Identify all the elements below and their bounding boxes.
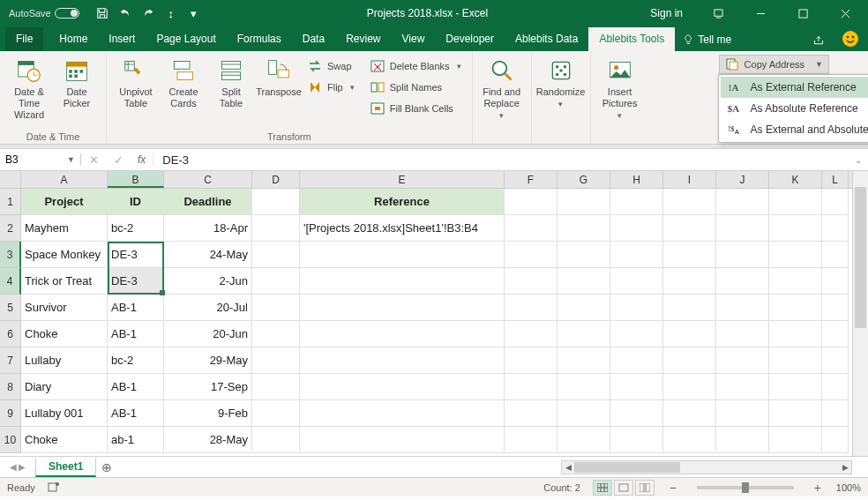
zoom-slider-thumb[interactable] [742, 482, 749, 493]
cell[interactable] [557, 242, 610, 268]
cell[interactable] [557, 347, 610, 374]
col-header[interactable]: L [822, 171, 849, 188]
cell[interactable] [252, 347, 300, 374]
cell[interactable] [716, 268, 769, 295]
scrollbar-thumb[interactable] [574, 462, 680, 473]
cell[interactable]: 18-Apr [164, 215, 252, 242]
add-sheet-button[interactable]: ⊕ [96, 460, 117, 474]
cell[interactable] [716, 295, 769, 321]
ribbon-options-icon[interactable] [699, 0, 737, 26]
cell[interactable]: DE-3 [108, 242, 164, 268]
date-picker-button[interactable]: Date Picker [55, 55, 99, 109]
insert-pictures-button[interactable]: Insert Pictures▾ [598, 55, 642, 121]
cell[interactable] [610, 347, 663, 374]
cell[interactable]: Choke [21, 321, 108, 347]
cell[interactable] [769, 374, 822, 400]
cell[interactable] [610, 189, 663, 215]
cell[interactable] [252, 189, 300, 215]
sheet-tab[interactable]: Sheet1 [35, 458, 96, 477]
cell[interactable] [505, 242, 557, 268]
row-header[interactable]: 2 [0, 215, 21, 242]
cell[interactable] [663, 268, 716, 295]
cell[interactable] [716, 374, 769, 400]
cell[interactable] [505, 374, 557, 400]
cell[interactable] [822, 242, 849, 268]
share-icon[interactable] [804, 30, 833, 51]
cell[interactable] [716, 321, 769, 347]
zoom-out-button[interactable]: − [667, 481, 679, 495]
col-header[interactable]: B [108, 171, 164, 188]
cell[interactable] [716, 242, 769, 268]
cell[interactable] [716, 215, 769, 242]
row-header[interactable]: 10 [0, 427, 21, 453]
col-header[interactable]: I [663, 171, 716, 188]
cell[interactable] [300, 374, 505, 400]
cell[interactable] [769, 321, 822, 347]
minimize-icon[interactable] [741, 0, 780, 26]
cell[interactable] [769, 295, 822, 321]
cell[interactable] [505, 347, 557, 374]
create-cards-button[interactable]: Create Cards [161, 55, 206, 109]
copy-address-button[interactable]: Copy Address ▼ [719, 55, 829, 74]
cell[interactable] [505, 321, 557, 347]
vertical-scrollbar[interactable] [852, 171, 868, 456]
col-header[interactable]: C [164, 171, 252, 188]
view-normal-icon[interactable] [593, 480, 612, 496]
cell[interactable] [252, 215, 300, 242]
cell[interactable] [252, 427, 300, 453]
cell[interactable]: Lullaby [21, 347, 108, 374]
column-header-cell[interactable]: ID [108, 189, 164, 215]
view-page-break-icon[interactable] [635, 480, 655, 496]
cell[interactable] [252, 400, 300, 427]
tab-home[interactable]: Home [49, 27, 98, 51]
cell[interactable] [822, 321, 849, 347]
cell[interactable] [505, 295, 557, 321]
cell[interactable]: Space Monkey [21, 242, 108, 268]
cell[interactable] [716, 347, 769, 374]
column-header-cell[interactable]: Deadline [164, 189, 252, 215]
maximize-icon[interactable] [783, 0, 822, 26]
row-header[interactable]: 4 [0, 268, 21, 295]
cell[interactable] [716, 400, 769, 427]
cell[interactable]: AB-1 [108, 400, 164, 427]
cell[interactable] [769, 189, 822, 215]
cell[interactable] [557, 189, 610, 215]
tell-me[interactable]: Tell me [675, 28, 740, 51]
row-header[interactable]: 6 [0, 321, 21, 347]
formula-input[interactable]: DE-3 [153, 153, 849, 167]
cell[interactable] [716, 189, 769, 215]
cancel-formula-icon[interactable]: ✕ [81, 153, 106, 167]
cell[interactable] [716, 427, 769, 453]
undo-icon[interactable] [115, 3, 136, 24]
cell[interactable] [822, 215, 849, 242]
scrollbar-thumb[interactable] [855, 187, 866, 328]
cell[interactable] [822, 347, 849, 374]
cell[interactable]: 28-May [164, 427, 252, 453]
row-header[interactable]: 8 [0, 374, 21, 400]
cell[interactable] [610, 268, 663, 295]
cell[interactable] [252, 268, 300, 295]
cell[interactable] [610, 427, 663, 453]
delete-blanks-button[interactable]: Delete Blanks▾ [367, 56, 465, 76]
tab-page-layout[interactable]: Page Layout [146, 27, 226, 51]
split-table-button[interactable]: Split Table [209, 55, 253, 109]
tab-file[interactable]: File [5, 27, 43, 51]
cell[interactable]: AB-1 [108, 295, 164, 321]
cell[interactable]: 2-Jun [164, 268, 252, 295]
cell[interactable] [505, 215, 557, 242]
menu-as-external-ref[interactable]: !AAs External Reference [721, 77, 868, 98]
cell[interactable] [300, 427, 505, 453]
cell[interactable]: Choke [21, 427, 108, 453]
sign-in-link[interactable]: Sign in [650, 7, 683, 19]
cell[interactable] [663, 321, 716, 347]
cell[interactable]: Diary [21, 374, 108, 400]
col-header[interactable]: E [300, 171, 505, 188]
cell[interactable] [610, 242, 663, 268]
cell[interactable] [300, 347, 505, 374]
cell[interactable] [663, 215, 716, 242]
zoom-slider[interactable] [697, 486, 794, 489]
horizontal-scrollbar[interactable]: ◀▶ [561, 460, 852, 474]
view-page-layout-icon[interactable] [614, 480, 633, 496]
sort-icon[interactable]: ↕ [161, 3, 182, 24]
cell[interactable] [610, 321, 663, 347]
